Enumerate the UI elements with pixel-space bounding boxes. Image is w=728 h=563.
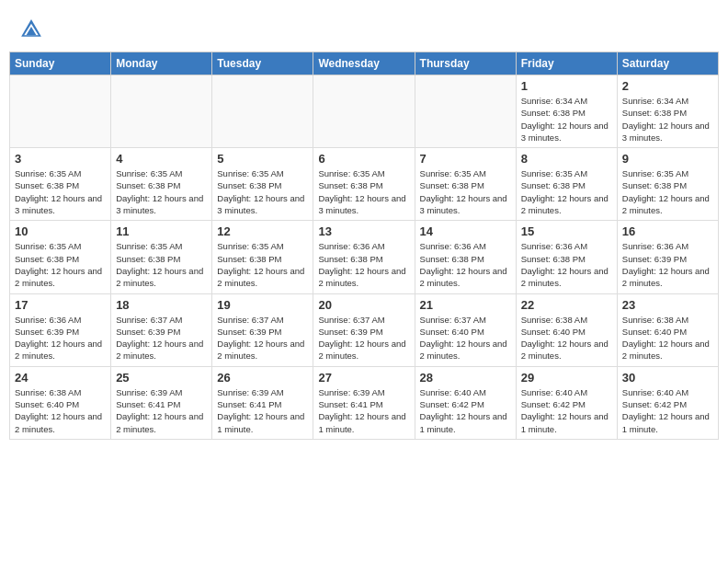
week-row-2: 10Sunrise: 6:35 AM Sunset: 6:38 PM Dayli… [10,221,719,293]
day-number: 24 [15,371,106,385]
calendar-cell: 10Sunrise: 6:35 AM Sunset: 6:38 PM Dayli… [10,221,111,293]
header-thursday: Thursday [415,52,516,75]
calendar-cell: 13Sunrise: 6:36 AM Sunset: 6:38 PM Dayli… [313,221,415,293]
day-info: Sunrise: 6:38 AM Sunset: 6:40 PM Dayligh… [622,314,713,362]
day-number: 3 [15,152,106,166]
day-info: Sunrise: 6:39 AM Sunset: 6:41 PM Dayligh… [217,386,308,435]
day-number: 19 [217,298,308,312]
day-info: Sunrise: 6:37 AM Sunset: 6:39 PM Dayligh… [318,314,409,362]
calendar-cell: 19Sunrise: 6:37 AM Sunset: 6:39 PM Dayli… [212,293,313,366]
logo [18,17,50,42]
day-info: Sunrise: 6:37 AM Sunset: 6:40 PM Dayligh… [420,314,511,362]
day-info: Sunrise: 6:35 AM Sunset: 6:38 PM Dayligh… [521,167,612,216]
day-number: 13 [318,224,409,238]
day-number: 15 [521,224,612,238]
calendar-cell: 16Sunrise: 6:36 AM Sunset: 6:39 PM Dayli… [617,221,718,293]
day-info: Sunrise: 6:35 AM Sunset: 6:38 PM Dayligh… [116,240,207,289]
day-info: Sunrise: 6:34 AM Sunset: 6:38 PM Dayligh… [622,95,713,144]
calendar-table: SundayMondayTuesdayWednesdayThursdayFrid… [9,52,719,440]
day-number: 17 [15,298,106,312]
day-info: Sunrise: 6:36 AM Sunset: 6:38 PM Dayligh… [318,240,409,289]
day-info: Sunrise: 6:35 AM Sunset: 6:38 PM Dayligh… [622,167,713,216]
calendar-cell: 5Sunrise: 6:35 AM Sunset: 6:38 PM Daylig… [212,148,313,221]
day-number: 11 [116,224,207,238]
header-friday: Friday [516,52,617,75]
calendar-cell: 3Sunrise: 6:35 AM Sunset: 6:38 PM Daylig… [10,148,111,221]
day-number: 2 [622,79,713,93]
day-number: 7 [420,152,511,166]
day-info: Sunrise: 6:40 AM Sunset: 6:42 PM Dayligh… [622,386,713,435]
calendar-cell: 28Sunrise: 6:40 AM Sunset: 6:42 PM Dayli… [415,366,516,439]
calendar-cell: 14Sunrise: 6:36 AM Sunset: 6:38 PM Dayli… [415,221,516,293]
calendar-cell: 12Sunrise: 6:35 AM Sunset: 6:38 PM Dayli… [212,221,313,293]
day-number: 8 [521,152,612,166]
day-info: Sunrise: 6:36 AM Sunset: 6:39 PM Dayligh… [622,240,713,289]
day-info: Sunrise: 6:35 AM Sunset: 6:38 PM Dayligh… [420,167,511,216]
week-row-4: 24Sunrise: 6:38 AM Sunset: 6:40 PM Dayli… [10,366,719,439]
day-info: Sunrise: 6:39 AM Sunset: 6:41 PM Dayligh… [318,386,409,435]
calendar-cell [415,75,516,148]
day-number: 27 [318,371,409,385]
day-number: 22 [521,298,612,312]
day-number: 29 [521,371,612,385]
calendar-cell: 9Sunrise: 6:35 AM Sunset: 6:38 PM Daylig… [617,148,718,221]
calendar-cell [10,75,111,148]
header-tuesday: Tuesday [212,52,313,75]
calendar-cell: 18Sunrise: 6:37 AM Sunset: 6:39 PM Dayli… [111,293,212,366]
calendar-cell: 22Sunrise: 6:38 AM Sunset: 6:40 PM Dayli… [516,293,617,366]
calendar-cell [313,75,415,148]
calendar-cell: 7Sunrise: 6:35 AM Sunset: 6:38 PM Daylig… [415,148,516,221]
day-info: Sunrise: 6:40 AM Sunset: 6:42 PM Dayligh… [521,386,612,435]
calendar-cell: 23Sunrise: 6:38 AM Sunset: 6:40 PM Dayli… [617,293,718,366]
header-saturday: Saturday [617,52,718,75]
day-number: 21 [420,298,511,312]
week-row-0: 1Sunrise: 6:34 AM Sunset: 6:38 PM Daylig… [10,75,719,148]
calendar-cell: 8Sunrise: 6:35 AM Sunset: 6:38 PM Daylig… [516,148,617,221]
day-info: Sunrise: 6:37 AM Sunset: 6:39 PM Dayligh… [217,314,308,362]
header-wednesday: Wednesday [313,52,415,75]
calendar-header: SundayMondayTuesdayWednesdayThursdayFrid… [10,52,719,75]
day-number: 23 [622,298,713,312]
day-info: Sunrise: 6:36 AM Sunset: 6:38 PM Dayligh… [521,240,612,289]
calendar-cell: 30Sunrise: 6:40 AM Sunset: 6:42 PM Dayli… [617,366,718,439]
calendar-cell: 15Sunrise: 6:36 AM Sunset: 6:38 PM Dayli… [516,221,617,293]
header [0,0,728,52]
day-number: 16 [622,224,713,238]
day-number: 4 [116,152,207,166]
calendar-cell: 27Sunrise: 6:39 AM Sunset: 6:41 PM Dayli… [313,366,415,439]
logo-icon [18,17,44,42]
day-number: 30 [622,371,713,385]
calendar-cell: 25Sunrise: 6:39 AM Sunset: 6:41 PM Dayli… [111,366,212,439]
calendar-cell: 29Sunrise: 6:40 AM Sunset: 6:42 PM Dayli… [516,366,617,439]
day-number: 25 [116,371,207,385]
day-number: 10 [15,224,106,238]
week-row-3: 17Sunrise: 6:36 AM Sunset: 6:39 PM Dayli… [10,293,719,366]
day-info: Sunrise: 6:38 AM Sunset: 6:40 PM Dayligh… [521,314,612,362]
calendar-body: 1Sunrise: 6:34 AM Sunset: 6:38 PM Daylig… [10,75,719,440]
calendar-cell: 6Sunrise: 6:35 AM Sunset: 6:38 PM Daylig… [313,148,415,221]
day-number: 18 [116,298,207,312]
calendar-wrapper: SundayMondayTuesdayWednesdayThursdayFrid… [0,52,728,449]
day-info: Sunrise: 6:38 AM Sunset: 6:40 PM Dayligh… [15,386,106,435]
day-info: Sunrise: 6:40 AM Sunset: 6:42 PM Dayligh… [420,386,511,435]
calendar-cell [212,75,313,148]
day-number: 1 [521,79,612,93]
day-info: Sunrise: 6:37 AM Sunset: 6:39 PM Dayligh… [116,314,207,362]
day-info: Sunrise: 6:35 AM Sunset: 6:38 PM Dayligh… [15,240,106,289]
calendar-cell: 1Sunrise: 6:34 AM Sunset: 6:38 PM Daylig… [516,75,617,148]
day-number: 6 [318,152,409,166]
calendar-cell: 4Sunrise: 6:35 AM Sunset: 6:38 PM Daylig… [111,148,212,221]
day-number: 14 [420,224,511,238]
calendar-cell: 2Sunrise: 6:34 AM Sunset: 6:38 PM Daylig… [617,75,718,148]
day-info: Sunrise: 6:35 AM Sunset: 6:38 PM Dayligh… [217,240,308,289]
header-monday: Monday [111,52,212,75]
week-row-1: 3Sunrise: 6:35 AM Sunset: 6:38 PM Daylig… [10,148,719,221]
calendar-cell: 20Sunrise: 6:37 AM Sunset: 6:39 PM Dayli… [313,293,415,366]
calendar-cell: 11Sunrise: 6:35 AM Sunset: 6:38 PM Dayli… [111,221,212,293]
day-info: Sunrise: 6:35 AM Sunset: 6:38 PM Dayligh… [217,167,308,216]
day-info: Sunrise: 6:34 AM Sunset: 6:38 PM Dayligh… [521,95,612,144]
calendar-cell [111,75,212,148]
day-info: Sunrise: 6:35 AM Sunset: 6:38 PM Dayligh… [318,167,409,216]
day-number: 12 [217,224,308,238]
header-sunday: Sunday [10,52,111,75]
